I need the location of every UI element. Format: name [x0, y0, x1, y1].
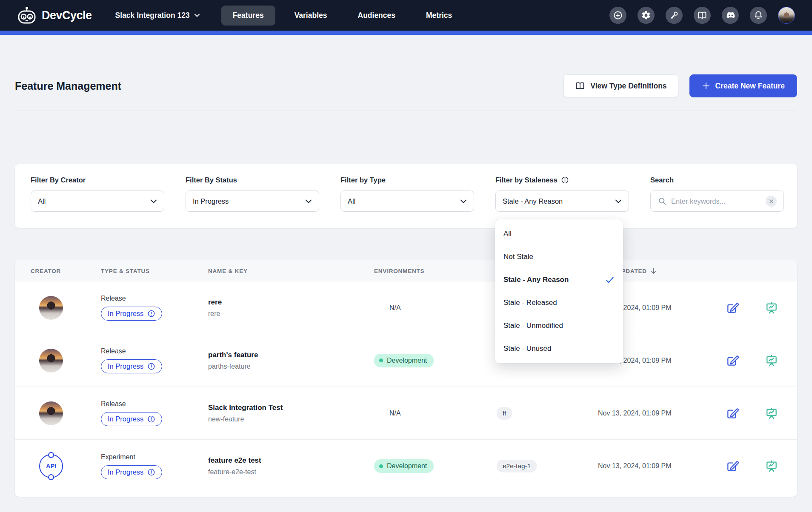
filter-by-staleness-select[interactable]: Stale - Any Reason [495, 191, 629, 212]
table-row[interactable]: Release In Progress Slack Integration Te… [15, 387, 797, 440]
edit-feature-icon[interactable] [725, 353, 740, 368]
column-header-updated[interactable]: UPDATED [617, 267, 713, 274]
table-row[interactable]: Release In Progress parth's feature part… [15, 334, 797, 387]
creator-avatar [39, 349, 63, 373]
filter-by-status-value: In Progress [193, 197, 305, 205]
menu-option-all[interactable]: All [495, 222, 623, 245]
discord-icon[interactable] [722, 7, 739, 24]
metrics-board-icon[interactable] [764, 300, 779, 316]
search-group: Search [650, 176, 784, 212]
filter-by-status-label: Filter By Status [186, 176, 319, 184]
features-table: CREATOR TYPE & STATUS NAME & KEY ENVIRON… [15, 260, 797, 497]
create-new-feature-button[interactable]: Create New Feature [689, 74, 797, 97]
search-label: Search [650, 176, 784, 184]
tab-metrics[interactable]: Metrics [415, 6, 463, 26]
filter-by-staleness-label: Filter by Staleness [495, 176, 629, 184]
sort-descending-icon [650, 267, 657, 274]
filter-by-staleness-value: Stale - Any Reason [503, 197, 615, 205]
edit-feature-icon[interactable] [725, 406, 740, 421]
column-header-type-status[interactable]: TYPE & STATUS [101, 268, 208, 274]
table-row[interactable]: Release In Progress rere rere N/A Nov 13… [15, 282, 797, 334]
view-type-definitions-label: View Type Definitions [590, 82, 666, 91]
filter-by-creator-label: Filter By Creator [31, 176, 164, 184]
accent-strip [0, 31, 812, 35]
feature-key: new-feature [208, 415, 244, 423]
filter-by-creator-select[interactable]: All [31, 191, 164, 212]
search-box[interactable] [650, 191, 784, 212]
feature-key: feature-e2e-test [208, 468, 256, 476]
column-header-environments[interactable]: ENVIRONMENTS [374, 268, 497, 274]
chevron-down-icon [460, 199, 467, 204]
filter-by-creator-group: Filter By Creator All [31, 176, 164, 212]
view-type-definitions-button[interactable]: View Type Definitions [563, 74, 678, 97]
menu-option-not-stale[interactable]: Not Stale [495, 245, 623, 268]
info-icon[interactable] [561, 176, 569, 184]
environments-value: N/A [389, 410, 401, 417]
feature-type: Experiment [101, 453, 135, 461]
devcycle-logo[interactable]: DevCycle [17, 6, 92, 24]
alert-circle-icon [147, 310, 155, 318]
tag-badge: e2e-tag-1 [497, 460, 537, 472]
edit-feature-icon[interactable] [725, 300, 740, 316]
feature-name[interactable]: Slack Integration Test [208, 404, 283, 412]
menu-option-stale-released[interactable]: Stale - Released [495, 291, 623, 314]
chevron-down-icon [150, 199, 157, 204]
feature-type: Release [101, 400, 126, 408]
brand-name: DevCycle [42, 9, 92, 22]
tab-features[interactable]: Features [221, 6, 275, 26]
metrics-board-icon[interactable] [764, 406, 779, 421]
metrics-board-icon[interactable] [764, 353, 779, 368]
nav-utility-icons [609, 7, 795, 24]
header-divider [15, 111, 797, 111]
menu-option-stale-unmodified[interactable]: Stale - Unmodified [495, 314, 623, 337]
notifications-bell-icon[interactable] [750, 7, 767, 24]
feature-name[interactable]: rere [208, 298, 222, 307]
filter-by-type-group: Filter by Type All [340, 176, 474, 212]
tab-audiences[interactable]: Audiences [346, 6, 407, 26]
project-selector[interactable]: Slack Integration 123 [115, 11, 200, 20]
feature-name[interactable]: parth's feature [208, 351, 258, 359]
top-navigation-bar: DevCycle Slack Integration 123 Features … [0, 0, 812, 31]
clear-search-icon[interactable] [766, 196, 777, 207]
user-avatar[interactable] [778, 7, 795, 24]
filter-by-status-select[interactable]: In Progress [186, 191, 319, 212]
filter-by-staleness-label-text: Filter by Staleness [495, 176, 558, 184]
status-badge[interactable]: In Progress [101, 465, 162, 479]
environments-value: N/A [389, 304, 401, 311]
filter-by-type-select[interactable]: All [340, 191, 474, 212]
menu-option-stale-unused[interactable]: Stale - Unused [495, 337, 623, 360]
column-header-creator[interactable]: CREATOR [31, 268, 101, 274]
settings-gear-icon[interactable] [638, 7, 655, 24]
alert-circle-icon [147, 415, 155, 423]
search-input[interactable] [671, 197, 761, 205]
environment-badge-label: Development [387, 462, 427, 470]
edit-feature-icon[interactable] [725, 458, 740, 474]
alert-circle-icon [147, 362, 155, 370]
tab-variables[interactable]: Variables [283, 6, 339, 26]
status-badge-label: In Progress [108, 415, 143, 423]
feature-name[interactable]: feature e2e test [208, 456, 261, 465]
status-badge-label: In Progress [108, 468, 143, 476]
table-row[interactable]: API Experiment In Progress feature e2e t… [15, 440, 797, 492]
page-title: Feature Management [15, 80, 121, 92]
tag-badge: ff [497, 407, 512, 420]
status-badge[interactable]: In Progress [101, 307, 162, 321]
check-icon [605, 276, 615, 284]
docs-book-icon[interactable] [694, 7, 711, 24]
book-icon [575, 81, 585, 91]
column-header-name-key[interactable]: NAME & KEY [208, 268, 374, 274]
metrics-board-icon[interactable] [764, 458, 779, 474]
chevron-down-icon [305, 199, 312, 204]
creator-avatar [39, 296, 63, 320]
chevron-down-icon [615, 199, 622, 204]
status-badge-label: In Progress [108, 362, 143, 370]
menu-option-label: Stale - Any Reason [503, 276, 569, 284]
page-header: Feature Management View Type Definitions… [15, 72, 797, 100]
status-badge[interactable]: In Progress [101, 412, 162, 426]
status-badge[interactable]: In Progress [101, 359, 162, 373]
add-circle-icon[interactable] [609, 7, 626, 24]
menu-option-stale-any-reason[interactable]: Stale - Any Reason [495, 268, 623, 291]
primary-tabs: Features Variables Audiences Metrics [221, 6, 464, 26]
key-icon[interactable] [666, 7, 683, 24]
filter-by-staleness-group: Filter by Staleness Stale - Any Reason [495, 176, 629, 212]
